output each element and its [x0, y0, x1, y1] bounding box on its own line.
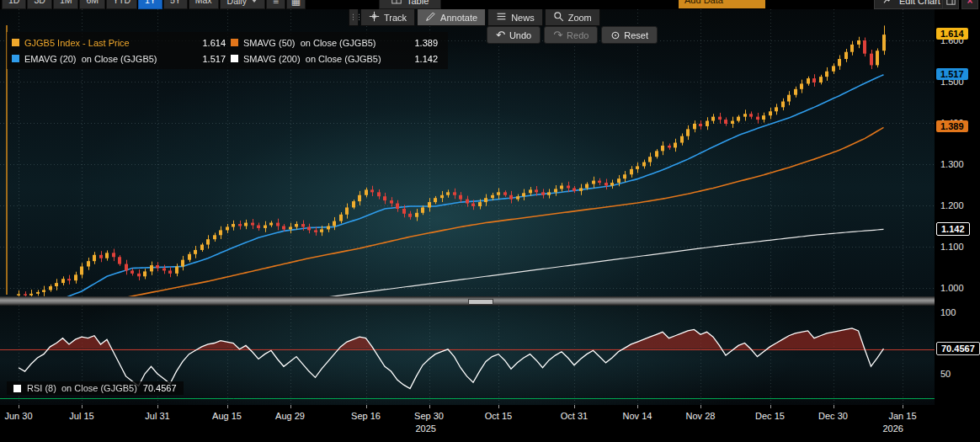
y-axis-label: 1.000 — [940, 283, 964, 293]
x-axis-tick — [498, 405, 499, 408]
period-dropdown-label: Daily — [227, 0, 247, 6]
legend-value: 1.389 — [414, 38, 443, 48]
x-axis-tick-label: Sep 30 — [411, 411, 448, 421]
bloomberg-chart-window: 1D3D1M6MYTD1Y5YMaxDaily≡▦ Table Add Data… — [0, 0, 980, 442]
rsi-legend[interactable]: RSI (8) on Close (GJGB5) 70.4567 — [7, 381, 184, 395]
price-panel: ⋮⋮ Track Annotate News — [0, 9, 935, 296]
x-axis-tick-label: Sep 16 — [348, 411, 385, 421]
x-axis-tick — [700, 405, 701, 408]
range-button-1m[interactable]: 1M — [53, 0, 79, 9]
range-button-1y[interactable]: 1Y — [138, 0, 162, 9]
legend-item-3[interactable]: SMAVG (200) on Close (GJGB5)1.142 — [231, 51, 443, 67]
redo-icon: ↷ — [553, 29, 562, 40]
legend-label: GJGB5 Index - Last Price — [24, 38, 130, 48]
y-axis-label: 1.200 — [940, 200, 964, 210]
x-axis-tick-label: Oct 15 — [480, 411, 517, 421]
reset-label: Reset — [624, 30, 648, 40]
range-button-max[interactable]: Max — [189, 0, 219, 9]
x-axis-tick-label: Jan 15 — [884, 411, 921, 421]
range-button-ytd[interactable]: YTD — [106, 0, 137, 9]
x-axis-tick — [903, 405, 903, 408]
rsi-axis-label: 50 — [940, 369, 951, 379]
range-button-6m[interactable]: 6M — [79, 0, 105, 9]
legend-value: 1.614 — [202, 38, 231, 48]
table-button[interactable]: Table — [379, 0, 441, 9]
undo-icon: ↶ — [496, 29, 505, 40]
rsi-panel: RSI (8) on Close (GJGB5) 70.4567 — [0, 306, 935, 405]
price-legend: GJGB5 Index - Last Price1.614SMAVG (50) … — [7, 32, 448, 69]
rsi-axis-label: 100 — [940, 307, 956, 317]
legend-label: SMAVG (200) on Close (GJGB5) — [243, 54, 381, 64]
legend-swatch — [12, 55, 19, 62]
reset-icon: ⊙ — [610, 29, 620, 40]
x-axis-tick-label: Dec 15 — [752, 411, 789, 421]
x-axis-tick-label: Nov 14 — [619, 411, 656, 421]
layout-grid-icon[interactable]: ▦ — [286, 0, 306, 9]
legend-label: SMAVG (50) on Close (GJGB5) — [243, 38, 376, 48]
reset-button[interactable]: ⊙ Reset — [601, 26, 658, 44]
x-axis-tick-label: Dec 30 — [815, 411, 852, 421]
toolbar-grip-icon[interactable]: ⋮⋮ — [349, 8, 359, 26]
annotate-button[interactable]: Annotate — [417, 8, 486, 26]
x-axis-tick-label: Jun 30 — [0, 411, 37, 421]
zoom-magnifier-icon — [553, 11, 564, 24]
smavg200-badge: 1.142 — [936, 222, 970, 236]
x-axis-tick — [290, 405, 291, 408]
legend-item-1[interactable]: SMAVG (50) on Close (GJGB5)1.389 — [231, 35, 443, 51]
x-axis-tick — [19, 405, 19, 408]
table-button-label: Table — [407, 0, 429, 6]
legend-value: 1.517 — [202, 54, 231, 64]
edit-chart-label: Edit Chart — [899, 0, 940, 6]
rsi-legend-label: RSI (8) on Close (GJGB5) — [27, 383, 137, 393]
x-axis-tick — [227, 405, 228, 408]
legend-swatch — [231, 39, 238, 46]
legend-swatch — [12, 39, 19, 46]
last-price-badge: 1.614 — [936, 28, 968, 40]
zoom-button[interactable]: Zoom — [545, 8, 600, 26]
add-data-field[interactable]: Add Data — [679, 0, 765, 8]
range-button-5y[interactable]: 5Y — [163, 0, 188, 9]
news-button[interactable]: News — [487, 8, 543, 26]
table-icon — [391, 0, 402, 6]
track-button[interactable]: Track — [360, 8, 415, 26]
panel-splitter[interactable] — [0, 296, 935, 306]
menu-icon[interactable]: ≡ — [266, 0, 285, 9]
redo-button[interactable]: ↷ Redo — [544, 26, 598, 44]
legend-item-0[interactable]: GJGB5 Index - Last Price1.614 — [12, 35, 231, 51]
legend-item-2[interactable]: EMAVG (20) on Close (GJGB5)1.517 — [12, 51, 231, 67]
rsi-legend-value: 70.4567 — [143, 383, 177, 393]
caret-down-icon — [251, 0, 258, 3]
right-axis: 1.6001.5001.4001.3001.2001.1001.0001.614… — [935, 0, 980, 442]
edit-chart-button[interactable]: Edit Chart — [874, 0, 950, 9]
x-axis-tick-label: Oct 31 — [556, 411, 593, 421]
undo-label: Undo — [509, 30, 531, 40]
x-axis-tick — [770, 405, 771, 408]
redo-label: Redo — [567, 30, 589, 40]
range-button-1d[interactable]: 1D — [2, 0, 26, 9]
x-axis-tick-label: Aug 15 — [209, 411, 246, 421]
x-axis-tick — [366, 405, 367, 408]
x-axis-tick-label: Nov 28 — [682, 411, 719, 421]
y-axis-label: 1.300 — [940, 159, 964, 169]
close-icon[interactable]: × — [961, 0, 978, 9]
x-axis-tick — [82, 405, 83, 408]
annotate-label: Annotate — [440, 13, 477, 23]
undo-button[interactable]: ↶ Undo — [487, 26, 541, 44]
x-axis-year-label: 2025 — [411, 423, 441, 434]
legend-swatch — [231, 55, 238, 62]
range-buttons: 1D3D1M6MYTD1Y5YMaxDaily≡▦ — [2, 0, 306, 9]
line-chart-icon — [883, 0, 894, 6]
y-axis-label: 1.100 — [940, 242, 964, 252]
smavg50-badge: 1.389 — [936, 120, 968, 132]
splitter-grip-icon[interactable] — [468, 299, 493, 305]
annotate-pencil-icon — [425, 11, 436, 24]
undo-toolbar: ↶ Undo ↷ Redo ⊙ Reset — [487, 26, 658, 44]
period-dropdown[interactable]: Daily — [220, 0, 265, 9]
news-label: News — [511, 13, 535, 23]
range-button-3d[interactable]: 3D — [27, 0, 51, 9]
x-axis-tick — [157, 405, 158, 408]
x-axis-tick — [429, 405, 430, 408]
x-axis-tick — [637, 405, 638, 408]
panel-icon[interactable] — [942, 0, 959, 9]
track-label: Track — [384, 13, 407, 23]
